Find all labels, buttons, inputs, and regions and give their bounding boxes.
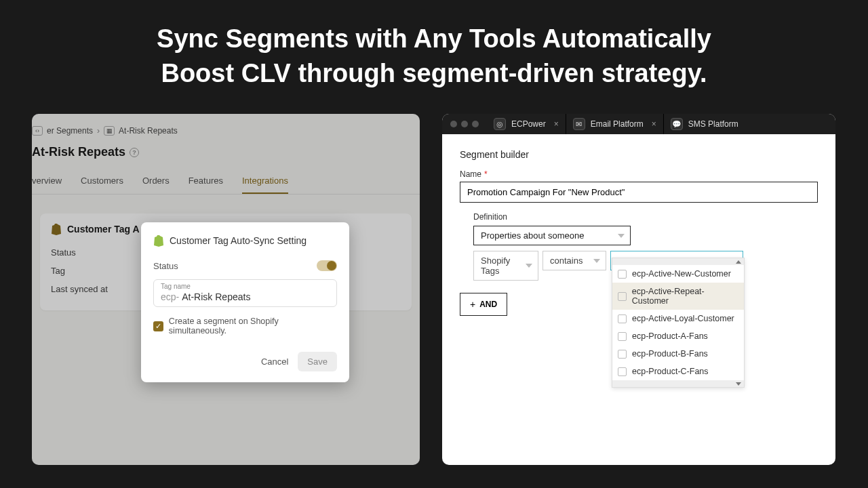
email-platform-panel: ◎ ECPower × ✉ Email Platform × 💬 SMS Pla… bbox=[442, 114, 835, 465]
chevron-down-icon bbox=[526, 264, 532, 268]
status-toggle[interactable] bbox=[317, 260, 337, 271]
modal-actions: Cancel Save bbox=[153, 352, 337, 371]
tab-label: Email Platform bbox=[591, 119, 644, 129]
name-label-text: Name bbox=[460, 169, 481, 179]
filter-field-select[interactable]: Shopify Tags bbox=[473, 251, 538, 281]
option-label: ecp-Active-New-Customer bbox=[632, 269, 731, 279]
status-label: Status bbox=[153, 261, 178, 271]
dropdown-option[interactable]: ecp-Active-New-Customer bbox=[612, 265, 744, 283]
tab-ecpower[interactable]: ◎ ECPower × bbox=[487, 114, 566, 134]
dropdown-option[interactable]: ecp-Product-C-Fans bbox=[612, 363, 744, 380]
option-checkbox[interactable] bbox=[618, 292, 627, 301]
modal-status-row: Status bbox=[153, 260, 337, 271]
scroll-up[interactable] bbox=[612, 258, 744, 265]
traffic-lights[interactable] bbox=[442, 114, 487, 134]
option-checkbox[interactable] bbox=[618, 367, 627, 376]
shopify-app-panel: ‹› er Segments › ▦ At-Risk Repeats At-Ri… bbox=[32, 114, 420, 465]
chevron-down-icon bbox=[593, 259, 600, 263]
headline-line1: Sync Segments with Any Tools Automatical… bbox=[0, 22, 868, 56]
option-checkbox[interactable] bbox=[618, 350, 627, 359]
sms-icon: 💬 bbox=[671, 118, 683, 130]
required-asterisk: * bbox=[484, 169, 488, 179]
option-checkbox[interactable] bbox=[618, 270, 627, 279]
headline: Sync Segments with Any Tools Automatical… bbox=[0, 0, 868, 92]
segment-name-input[interactable] bbox=[460, 182, 818, 203]
option-label: ecp-Active-Repeat-Customer bbox=[632, 287, 738, 306]
dropdown-option[interactable]: ecp-Product-A-Fans bbox=[612, 327, 744, 345]
plus-icon: + bbox=[470, 299, 475, 310]
dropdown-option[interactable]: ecp-Product-B-Fans bbox=[612, 345, 744, 363]
name-label: Name * bbox=[460, 169, 818, 179]
tab-email-platform[interactable]: ✉ Email Platform × bbox=[566, 114, 664, 134]
arrow-up-icon bbox=[736, 260, 741, 264]
cancel-button[interactable]: Cancel bbox=[261, 352, 288, 371]
dropdown-option[interactable]: ecp-Active-Repeat-Customer bbox=[612, 283, 744, 310]
dropdown-option[interactable]: ecp-Active-Loyal-Customer bbox=[612, 310, 744, 327]
window-tabs: ◎ ECPower × ✉ Email Platform × 💬 SMS Pla… bbox=[442, 114, 835, 134]
close-icon[interactable]: × bbox=[652, 119, 656, 129]
option-checkbox[interactable] bbox=[618, 332, 627, 341]
option-label: ecp-Product-C-Fans bbox=[632, 367, 709, 376]
create-segment-row[interactable]: ✓ Create a segment on Shopify simultaneo… bbox=[153, 317, 337, 336]
tab-sms-platform[interactable]: 💬 SMS Platform bbox=[664, 114, 745, 134]
definition-select-value: Properties about someone bbox=[481, 230, 584, 241]
close-icon[interactable]: × bbox=[554, 119, 559, 129]
email-icon: ✉ bbox=[573, 118, 585, 130]
save-button[interactable]: Save bbox=[298, 352, 337, 371]
filter-operator-select[interactable]: contains bbox=[542, 251, 606, 270]
tab-label: ECPower bbox=[511, 119, 546, 129]
headline-line2: Boost CLV through segment-driven strateg… bbox=[0, 56, 868, 91]
definition-select[interactable]: Properties about someone bbox=[473, 226, 631, 245]
option-label: ecp-Active-Loyal-Customer bbox=[632, 314, 734, 323]
modal-title-text: Customer Tag Auto-Sync Setting bbox=[170, 235, 307, 246]
option-label: ecp-Product-B-Fans bbox=[632, 349, 708, 359]
tag-name-input-container[interactable]: Tag name ecp- At-Risk Repeats bbox=[153, 279, 337, 307]
and-label: AND bbox=[479, 300, 497, 309]
create-segment-checkbox[interactable]: ✓ bbox=[153, 321, 163, 331]
scroll-down[interactable] bbox=[612, 380, 744, 387]
option-label: ecp-Product-A-Fans bbox=[632, 331, 708, 341]
add-and-condition-button[interactable]: + AND bbox=[460, 293, 507, 316]
dimension-dropdown[interactable]: ecp-Active-New-Customer ecp-Active-Repea… bbox=[612, 258, 745, 388]
chevron-down-icon bbox=[618, 234, 625, 238]
tag-name-input[interactable]: At-Risk Repeats bbox=[182, 291, 250, 302]
ecpower-icon: ◎ bbox=[494, 118, 506, 130]
tab-label: SMS Platform bbox=[688, 119, 738, 129]
shopify-icon bbox=[153, 235, 164, 247]
definition-label: Definition bbox=[473, 212, 818, 222]
autosync-modal: Customer Tag Auto-Sync Setting Status Ta… bbox=[141, 222, 349, 382]
modal-title: Customer Tag Auto-Sync Setting bbox=[153, 235, 337, 247]
filter-operator-value: contains bbox=[550, 256, 583, 266]
tag-name-label: Tag name bbox=[161, 283, 330, 290]
tag-prefix: ecp- bbox=[161, 291, 179, 302]
filter-field-value: Shopify Tags bbox=[481, 256, 519, 276]
create-segment-label: Create a segment on Shopify simultaneous… bbox=[169, 317, 337, 336]
segment-builder-title: Segment builder bbox=[460, 149, 818, 160]
option-checkbox[interactable] bbox=[618, 314, 627, 323]
arrow-down-icon bbox=[736, 382, 741, 386]
